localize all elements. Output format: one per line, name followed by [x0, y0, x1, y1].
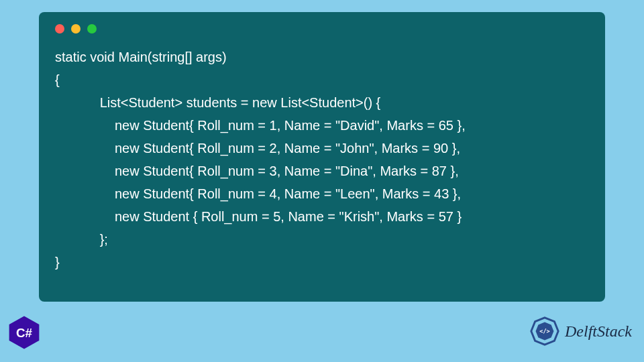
csharp-badge: C# — [7, 315, 42, 350]
brand-logo-icon: </> — [529, 315, 561, 347]
csharp-label: C# — [16, 326, 33, 340]
code-content: static void Main(string[] args) { List<S… — [55, 46, 589, 274]
brand-name: DelftStack — [565, 322, 632, 341]
svg-text:</>: </> — [539, 328, 550, 335]
window-controls — [55, 24, 589, 34]
brand: </> DelftStack — [529, 315, 632, 347]
minimize-icon — [71, 24, 80, 34]
code-window: static void Main(string[] args) { List<S… — [39, 12, 605, 302]
close-icon — [55, 24, 64, 34]
maximize-icon — [87, 24, 97, 34]
